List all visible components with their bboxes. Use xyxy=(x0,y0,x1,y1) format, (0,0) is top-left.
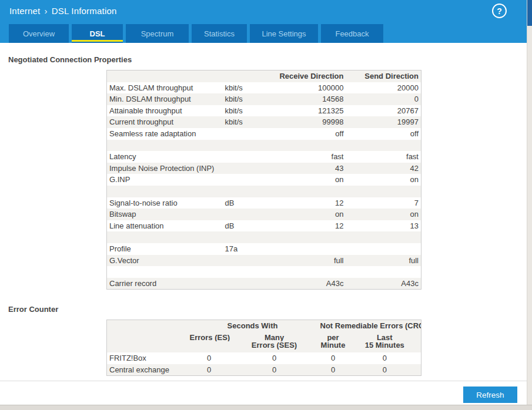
header-bar: Internet›DSL Information ? xyxy=(0,0,527,22)
error-count-value: 0 xyxy=(318,352,349,364)
row-receive-value: 14568 xyxy=(273,93,346,105)
row-send-value: fast xyxy=(346,151,421,163)
header-many: Many xyxy=(231,332,318,342)
connection-table: Receive Direction Send Direction Max. DS… xyxy=(106,70,421,290)
row-send-value: 20767 xyxy=(346,105,421,117)
header-empty xyxy=(107,70,223,82)
footer-button-row: Refresh xyxy=(0,381,527,405)
table-row xyxy=(107,186,421,197)
row-label: Min. DSLAM throughput xyxy=(107,93,223,105)
row-label xyxy=(107,231,223,243)
section-title-errors: Error Counter xyxy=(8,305,527,314)
table-row: Impulse Noise Protection (INP) 4342 xyxy=(107,163,421,174)
error-count-value: 0 xyxy=(231,352,318,364)
row-receive-value: off xyxy=(273,128,346,140)
table-row: Max. DSLAM throughputkbit/s10000020000 xyxy=(107,82,421,94)
table-row: G.INP onon xyxy=(107,174,421,186)
error-count-value: 0 xyxy=(188,364,231,376)
header-receive-direction: Receive Direction xyxy=(273,70,346,82)
row-label: Seamless rate adaptation xyxy=(107,128,223,140)
row-label xyxy=(107,186,223,197)
row-receive-value: full xyxy=(273,255,346,267)
breadcrumb-internet-link[interactable]: Internet xyxy=(9,6,40,16)
row-send-value: 7 xyxy=(346,197,421,209)
breadcrumb-current-page: DSL Information xyxy=(52,6,117,16)
row-receive-value: 12 xyxy=(273,197,346,209)
help-button[interactable]: ? xyxy=(492,4,507,18)
table-row: Carrier record A43cA43c xyxy=(107,278,421,290)
header-minute: Minute xyxy=(318,341,349,352)
error-count-value: 0 xyxy=(231,364,318,376)
row-receive-value: 121325 xyxy=(273,105,346,117)
row-receive-value xyxy=(273,186,346,197)
breadcrumb-separator-icon: › xyxy=(40,6,51,16)
header-send-direction: Send Direction xyxy=(346,70,421,82)
error-table-subheader-row-2: Errors (SES) Minute 15 Minutes xyxy=(107,341,421,352)
row-receive-value xyxy=(273,243,346,255)
row-receive-value xyxy=(273,140,346,152)
row-send-value: on xyxy=(346,209,421,220)
table-row: FRITZ!Box0000 xyxy=(107,352,421,364)
refresh-button[interactable]: Refresh xyxy=(463,387,517,403)
row-label: Latency xyxy=(107,151,223,163)
row-unit: kbit/s xyxy=(223,116,273,128)
row-label: Carrier record xyxy=(107,278,223,290)
row-unit: kbit/s xyxy=(223,105,273,117)
tab-feedback[interactable]: Feedback xyxy=(321,24,383,43)
error-count-value: 0 xyxy=(188,352,231,364)
row-send-value: 20000 xyxy=(346,82,421,94)
table-row: Attainable throughputkbit/s12132520767 xyxy=(107,105,421,117)
row-receive-value: A43c xyxy=(273,278,346,290)
tab-spectrum[interactable]: Spectrum xyxy=(126,24,189,43)
row-receive-value: 100000 xyxy=(273,82,346,94)
row-label: Impulse Noise Protection (INP) xyxy=(107,163,223,174)
row-receive-value: on xyxy=(273,174,346,186)
row-receive-value: 99998 xyxy=(273,116,346,128)
breadcrumb: Internet›DSL Information xyxy=(9,6,117,16)
row-unit: kbit/s xyxy=(223,93,273,105)
header-empty xyxy=(107,341,188,352)
row-send-value: A43c xyxy=(346,278,421,290)
header-empty xyxy=(107,320,188,332)
header-empty xyxy=(223,70,273,82)
row-label: FRITZ!Box xyxy=(107,352,188,364)
header-group-seconds-with: Seconds With xyxy=(188,320,318,332)
row-send-value xyxy=(346,243,421,255)
tab-bar: OverviewDSLSpectrumStatisticsLine Settin… xyxy=(0,22,527,43)
row-unit: 17a xyxy=(223,243,273,255)
row-label: Bitswap xyxy=(107,209,223,220)
error-table-subheader-row-1: Errors (ES) Many per Last xyxy=(107,332,421,342)
row-label: Line attenuation xyxy=(107,220,223,232)
row-label: Current throughput xyxy=(107,116,223,128)
header-per: per xyxy=(318,332,349,342)
table-row: Central exchange0000 xyxy=(107,364,421,376)
header-empty xyxy=(188,341,231,352)
table-row: Signal-to-noise ratiodB127 xyxy=(107,197,421,209)
row-send-value: 42 xyxy=(346,163,421,174)
row-receive-value: 43 xyxy=(273,163,346,174)
row-label: Max. DSLAM throughput xyxy=(107,82,223,94)
tab-overview[interactable]: Overview xyxy=(9,24,69,43)
table-row: Latency fastfast xyxy=(107,151,421,163)
row-unit: dB xyxy=(223,197,273,209)
row-unit: dB xyxy=(223,220,273,232)
main-card: Internet›DSL Information ? OverviewDSLSp… xyxy=(0,0,527,405)
row-label: Central exchange xyxy=(107,364,188,376)
header-group-crc: Not Remediable Errors (CRC) xyxy=(318,320,421,332)
table-row: Bitswap onon xyxy=(107,209,421,220)
tab-dsl[interactable]: DSL xyxy=(72,24,123,43)
row-send-value: 13 xyxy=(346,220,421,232)
page-background-right xyxy=(527,0,532,410)
tab-line-settings[interactable]: Line Settings xyxy=(250,24,318,43)
row-receive-value: on xyxy=(273,209,346,220)
section-title-connection: Negotiated Connection Properties xyxy=(8,55,527,64)
tab-statistics[interactable]: Statistics xyxy=(192,24,247,43)
row-label: Attainable throughput xyxy=(107,105,223,117)
page-content: Negotiated Connection Properties Receive… xyxy=(0,43,527,376)
row-send-value: full xyxy=(346,255,421,267)
row-receive-value xyxy=(273,231,346,243)
row-unit xyxy=(223,186,273,197)
table-row: Min. DSLAM throughputkbit/s145680 xyxy=(107,93,421,105)
row-label xyxy=(107,266,223,278)
row-unit xyxy=(223,151,273,163)
